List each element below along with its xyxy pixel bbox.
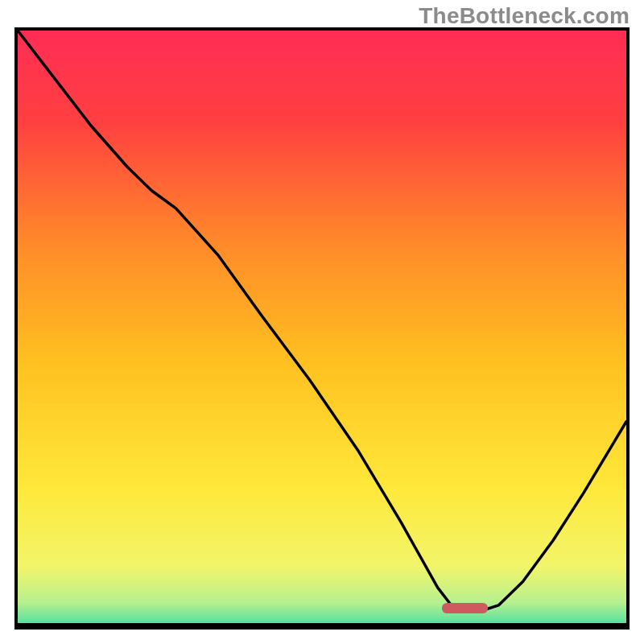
watermark-text: TheBottleneck.com xyxy=(419,3,630,29)
chart-frame: TheBottleneck.com xyxy=(0,0,644,644)
bottleneck-curve xyxy=(18,31,626,623)
plot-area xyxy=(14,27,630,630)
optimal-marker xyxy=(442,603,488,613)
